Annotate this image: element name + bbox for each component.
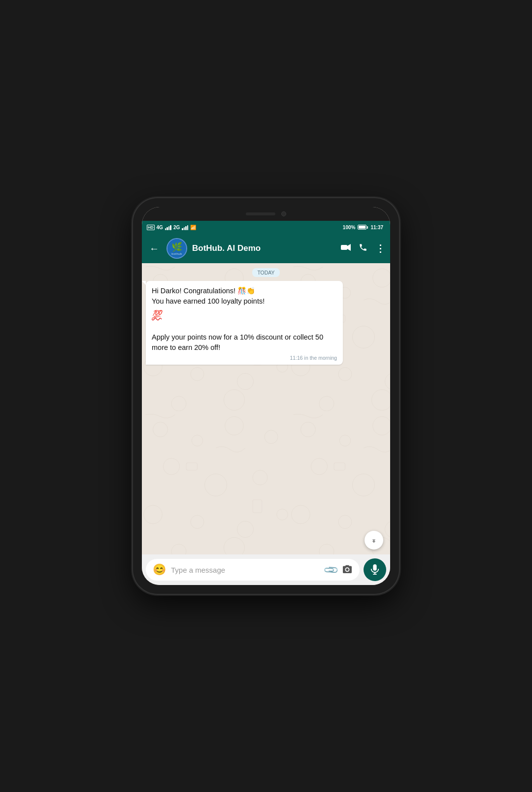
message-line3: Apply your points now for a 10% discount… — [152, 333, 323, 351]
status-bar: HD 4G 2G 📶 100% — [142, 221, 390, 234]
signal-2g — [182, 225, 188, 230]
bar4 — [187, 225, 189, 230]
message-input[interactable]: Type a message — [171, 566, 320, 574]
status-right: 100% 11:37 — [343, 225, 383, 230]
phone-call-icon[interactable] — [359, 243, 367, 254]
signal-4g — [165, 225, 171, 230]
message-time: 11:16 in the morning — [152, 355, 337, 361]
hd-icon: HD — [147, 225, 155, 230]
camera-icon[interactable] — [342, 564, 353, 576]
date-badge: TODAY — [146, 268, 386, 277]
back-button[interactable]: ← — [147, 241, 162, 257]
voice-message-button[interactable] — [364, 558, 386, 581]
network-2g: 2G — [173, 225, 180, 230]
message-input-wrap[interactable]: 😊 Type a message 📎 — [146, 559, 360, 581]
avatar-icon: 🌿 — [171, 241, 182, 252]
camera-bar — [142, 207, 390, 221]
svg-marker-1 — [347, 244, 351, 251]
message-line1: Hi Darko! Congratulations! 🎊👏 — [152, 287, 255, 295]
bar2 — [166, 227, 168, 230]
scroll-to-bottom-wrap — [146, 531, 386, 550]
message-body: Hi Darko! Congratulations! 🎊👏 You have e… — [152, 286, 337, 353]
chat-area: TODAY Hi Darko! Congratulations! 🎊👏 You … — [142, 263, 390, 554]
hundred-emoji: 💯 — [152, 309, 162, 320]
message-bubble: Hi Darko! Congratulations! 🎊👏 You have e… — [146, 281, 343, 365]
input-bar: 😊 Type a message 📎 — [142, 554, 390, 585]
phone-screen: HD 4G 2G 📶 100% — [142, 207, 390, 585]
svg-point-2 — [346, 568, 348, 571]
phone-frame: HD 4G 2G 📶 100% — [133, 198, 399, 594]
bar3 — [168, 226, 170, 230]
camera-dot — [281, 211, 286, 216]
battery-icon — [358, 225, 368, 230]
bar3 — [185, 226, 187, 230]
bar1 — [182, 228, 183, 230]
emoji-picker-icon[interactable]: 😊 — [153, 563, 166, 576]
message-received: Hi Darko! Congratulations! 🎊👏 You have e… — [146, 281, 386, 365]
svg-rect-3 — [373, 564, 376, 571]
bar2 — [184, 227, 185, 230]
attach-icon[interactable]: 📎 — [322, 561, 339, 579]
wifi-icon: 📶 — [190, 225, 196, 230]
network-4g: 4G — [157, 225, 163, 230]
message-line2: You have earned 100 loyalty points! — [152, 297, 265, 305]
svg-rect-0 — [341, 245, 347, 250]
avatar[interactable]: 🌿 bothub — [166, 238, 187, 259]
header-action-icons: ⋮ — [341, 242, 385, 254]
more-options-icon[interactable]: ⋮ — [375, 242, 385, 254]
date-badge-label: TODAY — [252, 268, 279, 277]
battery-percent: 100% — [343, 225, 356, 230]
contact-name[interactable]: BotHub. AI Demo — [192, 243, 336, 253]
scroll-to-bottom-button[interactable] — [365, 531, 383, 550]
bar1 — [165, 228, 166, 230]
video-call-icon[interactable] — [341, 244, 351, 253]
whatsapp-header: ← 🌿 bothub BotHub. AI Demo — [142, 234, 390, 263]
bar4 — [170, 225, 171, 230]
time-display: 11:37 — [370, 225, 383, 230]
avatar-label: bothub — [171, 252, 182, 255]
status-left-icons: HD 4G 2G 📶 — [147, 225, 196, 230]
speaker — [246, 212, 275, 215]
